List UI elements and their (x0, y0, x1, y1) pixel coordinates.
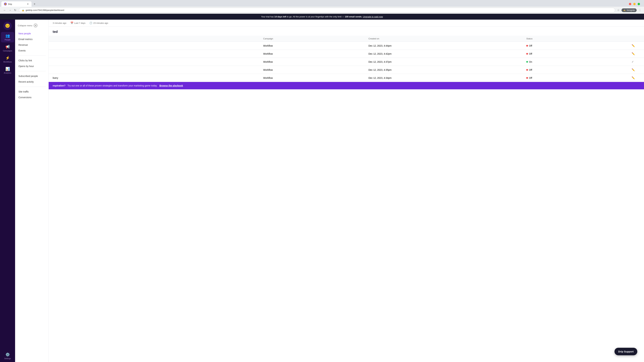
incognito-icon: 🕵 (623, 9, 626, 11)
status-label: Off (529, 77, 532, 79)
row-5-campaign: Workflow (263, 77, 368, 79)
table-row: Workflow Dec 12, 2023, 4:35pm Off ✏️ (49, 66, 644, 74)
status-label: On (529, 60, 532, 63)
trial-banner: Your trial has 14 days left to go. All t… (0, 14, 644, 19)
data-table: Campaign Created on Status Workflow Dec … (49, 36, 644, 82)
forward-button[interactable]: → (8, 8, 12, 12)
table-row: Workflow Dec 12, 2023, 4:44pm Off ✏️ (49, 42, 644, 50)
expanded-menu: Collapse menu ⊕ New people Email metrics… (15, 19, 49, 362)
table-header: Campaign Created on Status (49, 36, 644, 42)
app-layout: 😊 👥 People 📢 Campaigns ⚡ Workflows 📊 Ana… (0, 19, 644, 362)
last-updated-item: 🕐 23 minutes ago (90, 22, 108, 24)
menu-section-1: New people Email metrics Revenue Events (15, 30, 48, 54)
collapse-icon: ⊕ (34, 24, 38, 27)
table-row: Workflow Dec 12, 2023, 4:42pm Off ✏️ (49, 50, 644, 58)
date-range-label: Last 7 days (74, 22, 86, 24)
menu-item-site-traffic[interactable]: Site traffic (15, 89, 48, 94)
bookmark-icon[interactable]: ☆ (617, 8, 620, 12)
trial-limit: 100 email sends. (345, 15, 362, 18)
active-tab[interactable]: 😊 Drip ✕ (1, 1, 32, 7)
menu-item-recent-activity[interactable]: Recent activity (15, 79, 48, 85)
incognito-badge: 🕵 Incognito (622, 8, 636, 12)
drip-support-button[interactable]: Drip Support (614, 348, 637, 355)
row-4-campaign: Workflow (263, 68, 368, 71)
nav-buttons: ← → ↻ (3, 8, 17, 12)
col-status: Status (526, 37, 632, 40)
menu-item-subscribed-people[interactable]: Subscribed people (15, 73, 48, 79)
row-1-edit-button[interactable]: ✏️ (632, 44, 640, 47)
analytics-label: Analytics (4, 72, 11, 74)
row-3-edit-button[interactable]: ✓ (632, 60, 640, 63)
upgrade-link[interactable]: Upgrade to paid now (363, 15, 383, 18)
main-content: 3 minutes ago 📅 Last 7 days 🕐 23 minutes… (49, 19, 644, 362)
url-bar[interactable]: 🔒 getdrip.com/7641396/people/dashboard (19, 8, 615, 12)
row-2-created: Dec 12, 2023, 4:42pm (368, 52, 526, 55)
campaigns-label: Campaigns (3, 50, 12, 52)
workflows-label: Workflows (3, 61, 12, 63)
menu-item-new-people[interactable]: New people (15, 31, 48, 36)
sidebar-item-people[interactable]: 👥 People (1, 32, 14, 42)
tab-label: Drip (8, 3, 12, 5)
collapse-menu-button[interactable]: Collapse menu ⊕ (15, 22, 48, 29)
row-4-status: Off (526, 68, 632, 71)
row-5-edit-button[interactable]: ✏️ (632, 76, 640, 79)
menu-item-revenue[interactable]: Revenue (15, 42, 48, 48)
row-5-name: livery (53, 77, 263, 79)
collapse-label: Collapse menu (18, 24, 32, 27)
calendar-icon: 📅 (70, 22, 73, 24)
settings-label: Settings (4, 358, 11, 360)
row-4-edit-button[interactable]: ✏️ (632, 68, 640, 71)
status-label: Off (529, 68, 532, 71)
row-2-status: Off (526, 52, 632, 55)
content-header: 3 minutes ago 📅 Last 7 days 🕐 23 minutes… (49, 19, 644, 26)
row-3-campaign: Workflow (263, 60, 368, 63)
row-2-edit-button[interactable]: ✏️ (632, 52, 640, 55)
row-4-created: Dec 12, 2023, 4:35pm (368, 68, 526, 71)
settings-icon: ⚙️ (5, 353, 10, 357)
menu-section-4: Site traffic Conversions (15, 88, 48, 101)
campaigns-icon: 📢 (5, 45, 10, 49)
status-dot-off (526, 45, 528, 46)
menu-item-opens-by-hour[interactable]: Opens by hour (15, 63, 48, 69)
browse-playbook-link[interactable]: Browse the playbook (159, 84, 183, 87)
menu-divider-1 (18, 55, 46, 56)
window-minimize-button[interactable] (633, 3, 636, 5)
status-label: Off (529, 52, 532, 55)
row-1-status: Off (526, 44, 632, 47)
row-1-created: Dec 12, 2023, 4:44pm (368, 44, 526, 47)
menu-divider-2 (18, 71, 46, 71)
sidebar: 😊 👥 People 📢 Campaigns ⚡ Workflows 📊 Ana… (0, 19, 15, 362)
time-ago: 3 minutes ago (53, 22, 66, 24)
tab-close-button[interactable]: ✕ (27, 3, 29, 5)
app-logo: 😊 (3, 22, 12, 30)
menu-item-email-metrics[interactable]: Email metrics (15, 36, 48, 42)
status-dot-off (526, 69, 528, 71)
menu-section-2: Clicks by link Opens by hour (15, 57, 48, 70)
window-close-button[interactable] (629, 3, 631, 5)
row-1-campaign: Workflow (263, 44, 368, 47)
col-campaign: Campaign (263, 37, 368, 40)
sidebar-item-analytics[interactable]: 📊 Analytics (1, 65, 14, 76)
sidebar-item-campaigns[interactable]: 📢 Campaigns (1, 43, 14, 53)
menu-icon[interactable]: ⋮ (639, 8, 641, 12)
menu-item-conversions[interactable]: Conversions (15, 94, 48, 100)
workflows-icon: ⚡ (5, 56, 10, 60)
col-actions (632, 37, 640, 40)
sidebar-item-workflows[interactable]: ⚡ Workflows (1, 54, 14, 64)
row-5-created: Dec 12, 2023, 4:34pm (368, 77, 526, 79)
url-text: getdrip.com/7641396/people/dashboard (26, 9, 64, 11)
trial-text-middle: to go. All the power is at your fingerti… (287, 15, 345, 18)
sidebar-item-settings[interactable]: ⚙️ Settings (1, 351, 14, 361)
new-tab-button[interactable]: + (32, 1, 37, 7)
back-button[interactable]: ← (3, 8, 7, 12)
col-name (53, 37, 263, 40)
browser-chrome: 😊 Drip ✕ + ← → ↻ 🔒 getdrip.com/7641396/p… (0, 0, 644, 14)
people-icon: 👥 (5, 34, 10, 38)
menu-item-clicks-by-link[interactable]: Clicks by link (15, 58, 48, 63)
menu-item-events[interactable]: Events (15, 48, 48, 53)
window-maximize-button[interactable] (638, 3, 640, 5)
last-updated-label: 23 minutes ago (93, 22, 108, 24)
reload-button[interactable]: ↻ (14, 8, 17, 12)
tab-bar: 😊 Drip ✕ + (0, 0, 644, 7)
row-5-status: Off (526, 77, 632, 79)
